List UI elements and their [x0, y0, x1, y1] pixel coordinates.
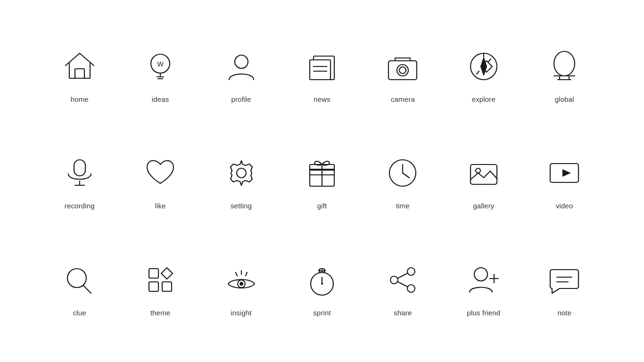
svg-line-43 [83, 286, 91, 293]
icon-item-sprint: sprint [281, 234, 362, 341]
global-icon [543, 45, 586, 88]
icon-item-gallery: gallery [443, 128, 524, 235]
video-icon [543, 152, 586, 194]
svg-line-50 [246, 272, 247, 276]
plus-friend-icon [462, 259, 505, 301]
video-label: video [556, 202, 573, 210]
news-icon [301, 45, 343, 88]
icon-item-plus-friend: plus friend [443, 234, 524, 341]
svg-rect-46 [162, 282, 172, 291]
insight-icon [220, 259, 263, 301]
svg-point-59 [321, 283, 323, 285]
camera-icon [381, 45, 424, 88]
time-label: time [396, 202, 410, 210]
home-icon [58, 45, 101, 88]
icon-item-like: like [120, 128, 200, 235]
svg-point-61 [390, 276, 398, 284]
setting-icon [220, 152, 263, 194]
sprint-icon [301, 259, 343, 301]
note-label: note [557, 309, 571, 317]
svg-rect-0 [75, 69, 84, 78]
svg-line-64 [398, 282, 407, 287]
icon-item-setting: setting [201, 128, 281, 235]
svg-point-6 [235, 55, 248, 68]
like-icon [139, 152, 182, 194]
theme-icon [139, 259, 182, 301]
gift-icon [301, 152, 343, 194]
gift-label: gift [317, 202, 327, 210]
setting-label: setting [231, 202, 252, 210]
icon-item-time: time [363, 128, 443, 235]
icon-item-news: news [281, 21, 362, 128]
insight-label: insight [231, 309, 251, 317]
ideas-label: ideas [152, 95, 169, 103]
gallery-label: gallery [473, 202, 494, 210]
time-icon [381, 152, 424, 194]
svg-text:W: W [157, 60, 164, 68]
icon-item-gift: gift [281, 128, 362, 235]
gallery-icon [462, 152, 505, 194]
profile-label: profile [231, 95, 251, 103]
recording-icon [58, 152, 101, 194]
icon-item-explore: explore [443, 21, 524, 128]
share-icon [381, 259, 424, 301]
icon-item-home: home [39, 21, 120, 128]
svg-marker-47 [161, 268, 173, 279]
recording-label: recording [65, 202, 95, 210]
clue-icon [58, 259, 101, 301]
icon-grid: home W ideas profile [39, 21, 605, 341]
svg-rect-44 [149, 269, 158, 278]
svg-point-60 [407, 268, 415, 275]
svg-rect-11 [388, 61, 417, 80]
news-label: news [314, 95, 330, 103]
svg-point-65 [474, 268, 487, 281]
svg-point-30 [237, 168, 246, 178]
icon-item-video: video [524, 128, 605, 235]
svg-point-42 [67, 269, 86, 288]
icon-item-theme: theme [120, 234, 200, 341]
svg-point-15 [397, 65, 408, 76]
explore-label: explore [472, 95, 495, 103]
svg-line-63 [398, 273, 407, 278]
icon-item-global: global [524, 21, 605, 128]
ideas-icon: W [139, 45, 182, 88]
svg-rect-8 [310, 60, 330, 80]
icon-item-recording: recording [39, 128, 120, 235]
plus-friend-label: plus friend [467, 309, 500, 317]
svg-marker-41 [562, 169, 571, 177]
svg-point-16 [399, 67, 406, 74]
svg-line-21 [477, 71, 479, 74]
svg-point-22 [554, 51, 575, 76]
svg-point-62 [407, 285, 415, 292]
icon-item-ideas: W ideas [120, 21, 200, 128]
note-icon [543, 259, 586, 301]
global-label: global [555, 95, 574, 103]
svg-rect-45 [149, 282, 158, 291]
icon-item-share: share [363, 234, 443, 341]
like-label: like [155, 202, 166, 210]
clue-label: clue [73, 309, 86, 317]
explore-icon [462, 45, 505, 88]
theme-label: theme [150, 309, 170, 317]
icon-item-camera: camera [363, 21, 443, 128]
icon-item-note: note [524, 234, 605, 341]
svg-line-20 [488, 59, 491, 62]
profile-icon [220, 45, 263, 88]
camera-label: camera [391, 95, 415, 103]
svg-line-37 [403, 173, 409, 178]
icon-item-clue: clue [39, 234, 120, 341]
icon-item-insight: insight [201, 234, 281, 341]
icon-item-profile: profile [201, 21, 281, 128]
home-label: home [71, 95, 89, 103]
svg-point-39 [476, 168, 480, 173]
svg-line-49 [236, 272, 237, 276]
share-label: share [394, 309, 412, 317]
svg-rect-27 [74, 160, 85, 176]
sprint-label: sprint [313, 309, 331, 317]
svg-point-52 [239, 282, 243, 286]
